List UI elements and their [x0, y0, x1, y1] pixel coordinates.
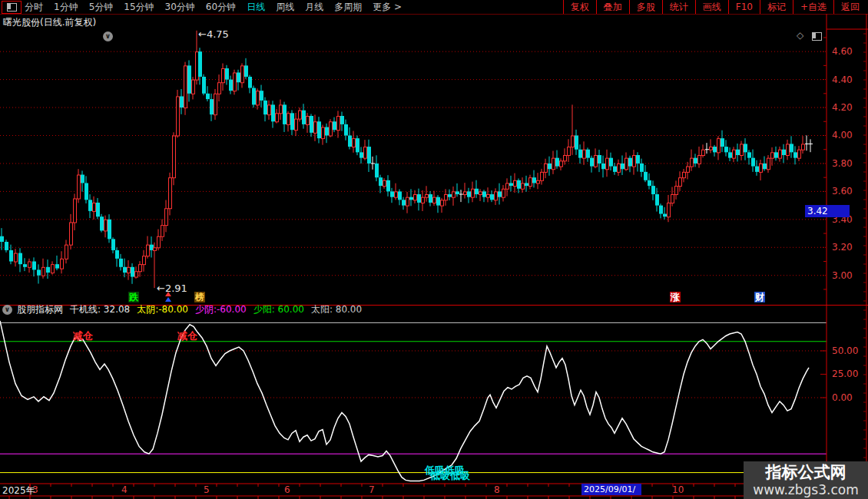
indicator-param-1: 千机线: 32.08 [70, 305, 130, 315]
indicator-header: ∨ 股朋指标网千机线: 32.08太阴:-80.00少阴:-60.00少阳: 6… [0, 305, 827, 315]
period-item-30分钟[interactable]: 30分钟 [165, 0, 195, 14]
split-window-icon [7, 3, 17, 12]
top-toolbar: 分时1分钟5分钟15分钟30分钟60分钟日线周线月线多周期更多 > 复权叠加多股… [0, 0, 868, 14]
toolbar-button-多股[interactable]: 多股 [629, 0, 662, 14]
month-label-3: 3 [32, 484, 38, 495]
month-label-5: 5 [204, 484, 210, 495]
period-item-15分钟[interactable]: 15分钟 [124, 0, 154, 14]
period-item-更多 >[interactable]: 更多 > [373, 0, 402, 14]
period-item-月线[interactable]: 月线 [305, 0, 323, 14]
watermark-title: 指标公式网 [744, 462, 868, 482]
indicator-param-5: 太阳: 80.00 [311, 305, 362, 315]
month-label-7: 7 [369, 484, 375, 495]
site-watermark: 指标公式网 www.zbgs3.com [744, 461, 868, 499]
layout-icon-button[interactable] [2, 1, 22, 14]
toolbar-button-画线[interactable]: 画线 [695, 0, 728, 14]
qianjixian-curve [0, 321, 809, 481]
toolbar-button-叠加[interactable]: 叠加 [596, 0, 629, 14]
indicator-panel-chart [0, 321, 827, 481]
toolbar-button-+自选[interactable]: +自选 [793, 0, 833, 14]
chevron-down-icon[interactable]: ∨ [103, 31, 113, 41]
period-item-5分钟[interactable]: 5分钟 [89, 0, 114, 14]
period-item-分时[interactable]: 分时 [25, 0, 43, 14]
period-item-1分钟[interactable]: 1分钟 [54, 0, 78, 14]
watermark-url: www.zbgs3.com [744, 482, 868, 497]
toolbar-actions: 复权叠加多股统计画线F10标记+自选返回 [563, 0, 866, 14]
date-axis: 2025年 345678102025/09/01/一 [0, 484, 868, 496]
period-menu: 分时1分钟5分钟15分钟30分钟60分钟日线周线月线多周期更多 > [25, 0, 412, 14]
main-candle-chart [0, 31, 827, 288]
period-item-日线[interactable]: 日线 [247, 0, 265, 14]
diamond-icon[interactable]: ◇ [797, 30, 803, 41]
month-label-8: 8 [494, 484, 500, 495]
toolbar-button-统计[interactable]: 统计 [662, 0, 695, 14]
trading-app-window: { "toolbar": { "left_items": ["分时","1分钟"… [0, 0, 868, 499]
toolbar-button-返回[interactable]: 返回 [833, 0, 866, 14]
toolbar-button-F10[interactable]: F10 [728, 0, 760, 14]
period-item-周线[interactable]: 周线 [276, 0, 294, 14]
toolbar-button-标记[interactable]: 标记 [760, 0, 793, 14]
indicator-param-2: 太阴:-80.00 [137, 305, 188, 315]
title-bar: 曙光股份(日线.前复权) ∨ ◇ [0, 14, 868, 29]
indicator-param-4: 少阳: 60.00 [253, 305, 304, 315]
selected-date-tag: 2025/09/01/一 [581, 484, 641, 495]
chart-canvas[interactable] [0, 0, 868, 499]
split-window-icon [812, 32, 822, 41]
month-label-4: 4 [121, 484, 128, 495]
panel-layout-icon[interactable] [812, 32, 822, 41]
month-label-10: 10 [672, 484, 684, 495]
period-item-多周期[interactable]: 多周期 [334, 0, 362, 14]
year-label: 2025年 [2, 484, 35, 497]
indicator-param-3: 少阴:-60.00 [195, 305, 247, 315]
month-label-6: 6 [284, 484, 290, 495]
period-item-60分钟[interactable]: 60分钟 [206, 0, 236, 14]
stock-title: 曙光股份(日线.前复权) [3, 16, 96, 29]
indicator-source-name: 股朋指标网 [17, 305, 63, 315]
toolbar-button-复权[interactable]: 复权 [563, 0, 596, 14]
collapse-indicator-icon[interactable]: ∨ [2, 305, 12, 315]
